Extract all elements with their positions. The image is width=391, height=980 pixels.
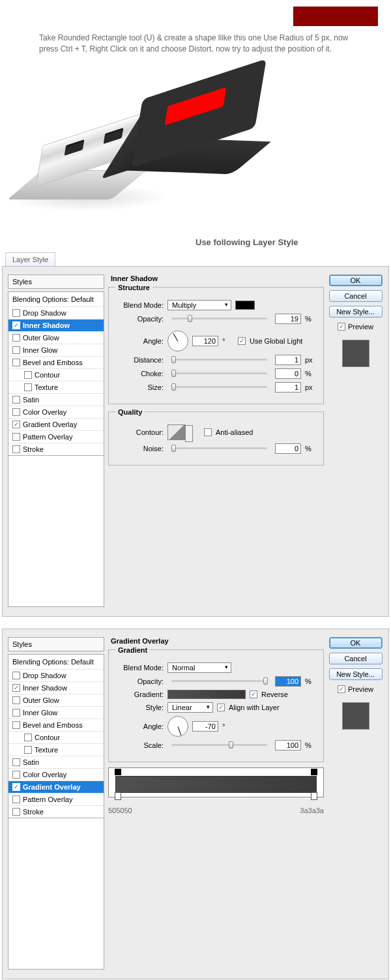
style-row-inner-glow[interactable]: Inner Glow	[8, 344, 104, 357]
choke-slider[interactable]	[171, 372, 267, 374]
style-checkbox[interactable]	[12, 672, 20, 679]
style-row-outer-glow[interactable]: Outer Glow	[8, 694, 104, 707]
gradient-picker[interactable]	[167, 690, 246, 699]
style-checkbox[interactable]	[12, 433, 20, 441]
style-checkbox[interactable]	[24, 371, 32, 379]
anti-aliased-checkbox[interactable]	[204, 428, 212, 436]
opacity-slider[interactable]	[171, 680, 267, 682]
style-row-color-overlay[interactable]: Color Overlay	[8, 406, 104, 419]
style-checkbox[interactable]	[12, 445, 20, 453]
usb-illustration-before	[0, 61, 391, 231]
style-checkbox[interactable]	[12, 758, 20, 766]
use-global-light-checkbox[interactable]: ✓	[238, 337, 246, 345]
color-stop-right[interactable]	[311, 792, 317, 800]
angle-dial[interactable]	[167, 716, 188, 737]
style-row-inner-shadow[interactable]: ✓Inner Shadow	[8, 319, 104, 332]
style-checkbox[interactable]	[12, 808, 20, 816]
gradient-right-hex: 3a3a3a	[300, 807, 324, 814]
style-row-satin[interactable]: Satin	[8, 394, 104, 406]
style-checkbox[interactable]	[24, 734, 32, 741]
styles-header[interactable]: Styles	[8, 275, 104, 289]
preview-checkbox[interactable]: ✓	[338, 685, 345, 693]
style-row-contour[interactable]: Contour	[8, 732, 104, 744]
size-slider[interactable]	[171, 386, 267, 388]
preview-swatch	[342, 340, 369, 367]
opacity-value[interactable]: 100	[275, 676, 301, 687]
style-checkbox[interactable]	[12, 396, 20, 404]
style-row-drop-shadow[interactable]: Drop Shadow	[8, 670, 104, 682]
size-value[interactable]: 1	[275, 382, 301, 393]
angle-dial[interactable]	[167, 331, 188, 351]
blend-mode-select[interactable]: Normal	[167, 662, 231, 673]
style-row-pattern-overlay[interactable]: Pattern Overlay	[8, 431, 104, 443]
new-style-button[interactable]: New Style...	[329, 668, 383, 680]
scale-value[interactable]: 100	[275, 740, 301, 750]
style-checkbox[interactable]: ✓	[12, 421, 20, 428]
style-checkbox[interactable]	[12, 359, 20, 366]
color-stop-left[interactable]	[115, 792, 121, 800]
style-checkbox[interactable]	[12, 408, 20, 416]
style-label: Color Overlay	[23, 771, 66, 779]
shadow-color-swatch[interactable]	[235, 301, 255, 310]
cancel-button[interactable]: Cancel	[329, 290, 383, 302]
style-row-inner-glow[interactable]: Inner Glow	[8, 707, 104, 719]
style-checkbox[interactable]: ✓	[12, 684, 20, 692]
style-row-bevel-and-emboss[interactable]: Bevel and Emboss	[8, 357, 104, 369]
noise-slider[interactable]	[171, 447, 267, 449]
style-checkbox[interactable]	[12, 795, 20, 803]
style-row-pattern-overlay[interactable]: Pattern Overlay	[8, 794, 104, 806]
gradient-editor[interactable]	[108, 767, 324, 797]
gradient-bar[interactable]	[115, 776, 317, 793]
blend-mode-select[interactable]: Multiply	[167, 300, 231, 310]
style-checkbox[interactable]	[12, 696, 20, 704]
layer-style-tab[interactable]: Layer Style	[5, 252, 55, 266]
style-row-outer-glow[interactable]: Outer Glow	[8, 332, 104, 344]
distance-slider[interactable]	[171, 359, 267, 361]
style-checkbox[interactable]: ✓	[12, 783, 20, 791]
style-checkbox[interactable]	[24, 383, 32, 391]
angle-value[interactable]: 120	[192, 336, 218, 346]
ok-button[interactable]: OK	[329, 275, 383, 286]
style-row-drop-shadow[interactable]: Drop Shadow	[8, 307, 104, 319]
style-row-bevel-and-emboss[interactable]: Bevel and Emboss	[8, 719, 104, 732]
ok-button[interactable]: OK	[329, 637, 383, 649]
gradient-style-select[interactable]: Linear	[167, 702, 213, 713]
preview-checkbox[interactable]: ✓	[338, 323, 345, 331]
angle-value[interactable]: -70	[192, 721, 218, 732]
style-checkbox[interactable]	[12, 346, 20, 354]
style-checkbox[interactable]	[12, 709, 20, 717]
style-label: Bevel and Emboss	[23, 721, 83, 729]
align-layer-checkbox[interactable]: ✓	[217, 704, 225, 711]
opacity-value[interactable]: 19	[275, 314, 301, 324]
style-row-texture[interactable]: Texture	[8, 381, 104, 394]
cancel-button[interactable]: Cancel	[329, 653, 383, 664]
style-row-contour[interactable]: Contour	[8, 369, 104, 381]
style-checkbox[interactable]	[12, 771, 20, 779]
style-row-gradient-overlay[interactable]: ✓Gradient Overlay	[8, 781, 104, 794]
distance-value[interactable]: 1	[275, 355, 301, 365]
opacity-slider[interactable]	[171, 318, 267, 319]
opacity-stop-left[interactable]	[115, 769, 121, 775]
blending-options-row[interactable]: Blending Options: Default	[8, 292, 104, 307]
style-row-inner-shadow[interactable]: ✓Inner Shadow	[8, 682, 104, 694]
new-style-button[interactable]: New Style...	[329, 306, 383, 318]
style-checkbox[interactable]	[12, 721, 20, 729]
contour-picker[interactable]	[167, 424, 186, 440]
noise-value[interactable]: 0	[275, 443, 301, 454]
scale-slider[interactable]	[171, 744, 267, 746]
style-row-stroke[interactable]: Stroke	[8, 443, 104, 455]
style-row-texture[interactable]: Texture	[8, 744, 104, 756]
styles-header[interactable]: Styles	[8, 637, 104, 651]
reverse-checkbox[interactable]: ✓	[250, 690, 257, 698]
style-row-gradient-overlay[interactable]: ✓Gradient Overlay	[8, 419, 104, 431]
choke-value[interactable]: 0	[275, 368, 301, 379]
style-checkbox[interactable]: ✓	[12, 321, 20, 329]
opacity-stop-right[interactable]	[311, 769, 317, 775]
style-checkbox[interactable]	[12, 309, 20, 317]
style-row-stroke[interactable]: Stroke	[8, 806, 104, 818]
style-checkbox[interactable]	[12, 334, 20, 342]
style-row-color-overlay[interactable]: Color Overlay	[8, 769, 104, 781]
style-checkbox[interactable]	[24, 746, 32, 754]
style-row-satin[interactable]: Satin	[8, 756, 104, 769]
blending-options-row[interactable]: Blending Options: Default	[8, 655, 104, 670]
